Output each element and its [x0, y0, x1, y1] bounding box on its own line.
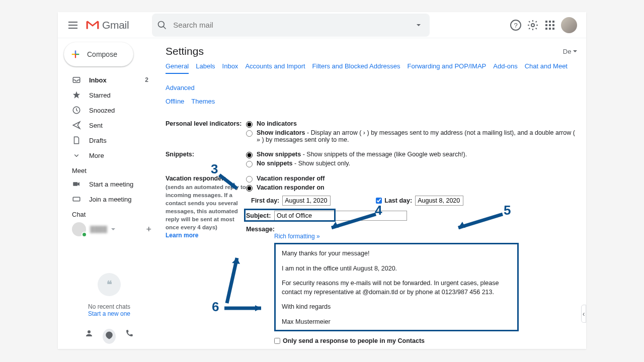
vacation-learn-more[interactable]: Learn more: [166, 232, 246, 239]
clock-icon: [72, 106, 81, 115]
phone-icon[interactable]: [125, 329, 134, 338]
hangouts-icon[interactable]: [103, 329, 116, 344]
snippets-label: Snippets:: [166, 151, 246, 169]
settings-tabs: General Labels Inbox Accounts and Import…: [156, 59, 586, 95]
tab-inbox[interactable]: Inbox: [222, 59, 238, 74]
plus-icon: [70, 49, 81, 60]
product-name: Gmail: [102, 19, 129, 31]
contacts-only-label: Only send a response to people in my Con…: [283, 337, 425, 344]
last-day-input[interactable]: [415, 196, 463, 206]
svg-rect-12: [73, 197, 80, 201]
star-icon: [72, 90, 81, 100]
sidebar-footer: [62, 324, 156, 349]
sidebar-item-more[interactable]: More: [62, 148, 156, 163]
inbox-count: 2: [145, 76, 148, 83]
chat-start-link[interactable]: Start a new one: [88, 310, 130, 317]
contacts-only-checkbox[interactable]: [274, 338, 280, 344]
chat-avatar: [72, 222, 86, 236]
inbox-icon: [72, 75, 81, 84]
file-icon: [72, 136, 81, 145]
main-panel: Settings De General Labels Inbox Account…: [156, 38, 586, 349]
tab-accounts[interactable]: Accounts and Import: [245, 59, 305, 74]
tab-general[interactable]: General: [166, 59, 189, 74]
gmail-m-icon: [86, 20, 99, 30]
svg-text:?: ?: [514, 22, 517, 29]
vacation-off-radio[interactable]: [246, 176, 253, 183]
tab-addons[interactable]: Add-ons: [493, 59, 517, 74]
page-title: Settings: [166, 45, 204, 57]
chevron-down-icon: [72, 151, 81, 160]
tab-advanced[interactable]: Advanced: [166, 81, 195, 95]
settings-button[interactable]: [527, 19, 539, 31]
gmail-logo[interactable]: Gmail: [86, 19, 129, 31]
subject-input[interactable]: [274, 211, 407, 221]
vacation-on-radio[interactable]: [246, 185, 253, 192]
apps-grid-icon: [545, 21, 554, 30]
sidebar-item-start-meeting[interactable]: Start a meeting: [62, 176, 156, 192]
sidebar-item-drafts[interactable]: Drafts: [62, 133, 156, 148]
vacation-label: Vacation responder:: [166, 175, 246, 182]
person-icon[interactable]: [85, 329, 94, 338]
tab-themes[interactable]: Themes: [191, 95, 215, 108]
pli-no-indicators-radio[interactable]: [246, 121, 253, 128]
chat-bubble-icon: ❝: [98, 273, 121, 296]
svg-point-4: [531, 24, 534, 27]
last-day-checkbox[interactable]: [376, 198, 382, 204]
sidebar-item-sent[interactable]: Sent: [62, 118, 156, 133]
chat-status-caret[interactable]: [111, 228, 115, 230]
svg-line-1: [164, 26, 166, 29]
svg-point-0: [158, 21, 165, 27]
search-input[interactable]: [173, 21, 413, 29]
first-day-input[interactable]: [282, 196, 331, 206]
side-panel-toggle[interactable]: [581, 305, 586, 323]
tab-labels[interactable]: Labels: [196, 59, 215, 74]
chat-empty-text: No recent chats: [88, 303, 130, 310]
pli-label: Personal level indicators:: [166, 120, 246, 145]
keyboard-icon: [72, 195, 81, 204]
new-chat-button[interactable]: +: [146, 224, 151, 235]
chat-self-name: ████: [90, 226, 107, 233]
sidebar-item-inbox[interactable]: Inbox 2: [62, 72, 156, 87]
app-window: Gmail ? Compose Inbox 2: [58, 12, 586, 349]
tab-filters[interactable]: Filters and Blocked Addresses: [312, 59, 400, 74]
compose-label: Compose: [87, 50, 117, 58]
apps-button[interactable]: [544, 19, 556, 31]
message-textarea[interactable]: Many thanks for your message! I am not i…: [274, 243, 519, 331]
pli-show-indicators-radio[interactable]: [246, 130, 253, 137]
tab-offline[interactable]: Offline: [166, 95, 184, 108]
caret-down-icon: [417, 24, 421, 26]
header: Gmail ?: [58, 12, 586, 38]
presence-indicator: [82, 232, 87, 237]
tab-forwarding[interactable]: Forwarding and POP/IMAP: [407, 59, 486, 74]
account-avatar[interactable]: [561, 17, 577, 33]
hamburger-icon: [68, 22, 77, 29]
svg-point-13: [88, 330, 91, 333]
search-options-button[interactable]: [413, 19, 425, 31]
subject-label: Subject:: [246, 212, 274, 219]
rich-formatting-link[interactable]: Rich formatting »: [274, 233, 577, 240]
chat-section-label: Chat: [62, 207, 156, 220]
sidebar-item-starred[interactable]: Starred: [62, 87, 156, 103]
help-icon: ?: [510, 19, 522, 31]
compose-button[interactable]: Compose: [64, 42, 133, 66]
last-day-label: Last day:: [384, 197, 412, 204]
sidebar-item-snoozed[interactable]: Snoozed: [62, 103, 156, 118]
chat-self-row[interactable]: ████ +: [62, 220, 156, 238]
search-icon: [157, 20, 167, 30]
sidebar-item-join-meeting[interactable]: Join a meeting: [62, 192, 156, 207]
language-selector[interactable]: De: [563, 48, 577, 55]
header-actions: ?: [510, 17, 582, 33]
first-day-label: First day:: [251, 197, 279, 204]
support-button[interactable]: ?: [510, 19, 522, 31]
gear-icon: [527, 19, 539, 31]
snippets-show-radio[interactable]: [246, 152, 253, 158]
settings-content: Personal level indicators: No indicators…: [156, 113, 586, 349]
snippets-hide-radio[interactable]: [246, 161, 253, 167]
send-icon: [72, 121, 81, 130]
sidebar: Compose Inbox 2 Starred Snoozed Sent: [58, 38, 156, 349]
video-icon: [72, 179, 81, 189]
meet-section-label: Meet: [62, 163, 156, 176]
tab-chat-meet[interactable]: Chat and Meet: [525, 59, 568, 74]
search-bar[interactable]: [152, 14, 430, 37]
main-menu-button[interactable]: [62, 14, 84, 36]
